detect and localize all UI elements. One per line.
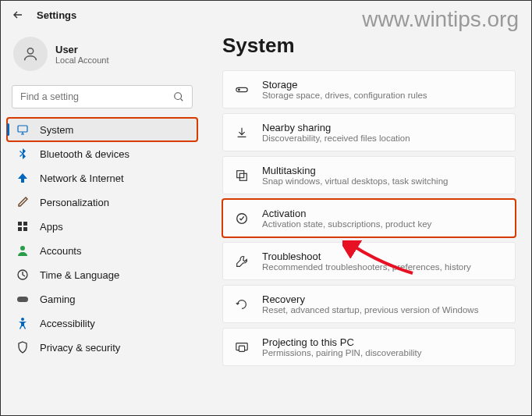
card-projecting[interactable]: Projecting to this PCPermissions, pairin… xyxy=(222,328,516,366)
card-multitasking[interactable]: MultitaskingSnap windows, virtual deskto… xyxy=(222,156,516,194)
user-account-type: Local Account xyxy=(55,55,109,65)
card-title: Recovery xyxy=(262,293,478,305)
personalization-icon xyxy=(16,196,29,208)
activation-icon xyxy=(234,211,250,226)
avatar xyxy=(13,37,48,71)
bluetooth-icon xyxy=(16,148,29,160)
search-icon xyxy=(173,91,184,102)
network-icon xyxy=(16,172,29,184)
projecting-icon xyxy=(234,340,250,355)
card-troubleshoot[interactable]: TroubleshootRecommended troubleshooters,… xyxy=(222,242,516,280)
svg-rect-4 xyxy=(23,222,27,226)
svg-rect-17 xyxy=(239,346,244,351)
card-title: Multitasking xyxy=(262,165,448,176)
sidebar-item-label: Privacy & security xyxy=(40,342,120,354)
card-subtitle: Discoverability, received files location xyxy=(262,133,410,143)
header-title: Settings xyxy=(37,9,76,21)
sidebar: User Local Account SystemBluetooth & dev… xyxy=(1,29,204,414)
card-subtitle: Snap windows, virtual desktops, task swi… xyxy=(262,176,448,186)
card-title: Projecting to this PC xyxy=(262,336,422,348)
svg-point-10 xyxy=(21,318,24,321)
svg-rect-9 xyxy=(17,297,28,302)
nearby-icon xyxy=(234,125,250,140)
card-subtitle: Recommended troubleshooters, preferences… xyxy=(262,262,471,272)
page-title: System xyxy=(222,34,516,58)
sidebar-item-apps[interactable]: Apps xyxy=(7,215,197,238)
sidebar-item-label: Apps xyxy=(40,221,63,233)
sidebar-item-label: Time & Language xyxy=(40,269,119,281)
system-icon xyxy=(16,123,29,136)
svg-rect-2 xyxy=(18,126,27,132)
svg-rect-6 xyxy=(23,227,27,231)
sidebar-item-gaming[interactable]: Gaming xyxy=(7,287,197,311)
troubleshoot-icon xyxy=(234,254,250,269)
sidebar-item-personalization[interactable]: Personalization xyxy=(7,190,197,214)
user-block[interactable]: User Local Account xyxy=(7,34,197,82)
card-recovery[interactable]: RecoveryReset, advanced startup, previou… xyxy=(222,285,516,323)
apps-icon xyxy=(16,220,29,233)
sidebar-item-label: Accessibility xyxy=(40,318,95,329)
svg-point-0 xyxy=(27,48,33,54)
sidebar-item-label: Accounts xyxy=(40,245,81,257)
main-panel: System StorageStorage space, drives, con… xyxy=(204,29,531,414)
card-title: Storage xyxy=(262,79,427,91)
card-subtitle: Storage space, drives, configuration rul… xyxy=(262,91,427,100)
gaming-icon xyxy=(16,293,29,305)
multitasking-icon xyxy=(234,168,250,183)
svg-rect-14 xyxy=(239,173,246,180)
svg-rect-5 xyxy=(18,227,22,231)
card-title: Nearby sharing xyxy=(262,122,410,133)
sidebar-item-label: Personalization xyxy=(40,197,109,208)
sidebar-item-time[interactable]: Time & Language xyxy=(7,263,197,286)
sidebar-item-network[interactable]: Network & Internet xyxy=(7,166,197,190)
svg-point-7 xyxy=(20,246,25,251)
sidebar-item-label: System xyxy=(40,124,73,136)
privacy-icon xyxy=(16,341,29,354)
sidebar-item-bluetooth[interactable]: Bluetooth & devices xyxy=(7,142,197,165)
card-list: StorageStorage space, drives, configurat… xyxy=(222,70,516,366)
back-button[interactable] xyxy=(12,9,24,21)
search-box[interactable] xyxy=(12,85,193,108)
accessibility-icon xyxy=(16,317,29,329)
card-subtitle: Activation state, subscriptions, product… xyxy=(262,219,431,229)
sidebar-item-label: Network & Internet xyxy=(40,172,124,184)
time-icon xyxy=(16,268,29,281)
watermark-text: www.wintips.org xyxy=(362,7,519,32)
card-nearby[interactable]: Nearby sharingDiscoverability, received … xyxy=(222,113,516,151)
sidebar-item-accounts[interactable]: Accounts xyxy=(7,239,197,262)
sidebar-item-accessibility[interactable]: Accessibility xyxy=(7,311,197,335)
sidebar-item-system[interactable]: System xyxy=(7,118,197,141)
sidebar-item-label: Bluetooth & devices xyxy=(40,148,129,160)
card-title: Troubleshoot xyxy=(262,251,471,262)
search-input[interactable] xyxy=(20,91,173,102)
sidebar-item-label: Gaming xyxy=(40,293,76,305)
recovery-icon xyxy=(234,297,250,312)
svg-rect-3 xyxy=(18,222,22,226)
accounts-icon xyxy=(16,244,29,257)
sidebar-item-privacy[interactable]: Privacy & security xyxy=(7,336,197,359)
user-name: User xyxy=(55,44,109,55)
svg-rect-13 xyxy=(237,170,244,177)
nav-list: SystemBluetooth & devicesNetwork & Inter… xyxy=(7,118,197,359)
svg-point-12 xyxy=(239,89,240,91)
card-storage[interactable]: StorageStorage space, drives, configurat… xyxy=(222,70,516,108)
storage-icon xyxy=(234,82,250,98)
card-activation[interactable]: ActivationActivation state, subscription… xyxy=(222,199,516,237)
card-subtitle: Permissions, pairing PIN, discoverabilit… xyxy=(262,348,422,357)
card-subtitle: Reset, advanced startup, previous versio… xyxy=(262,305,478,315)
card-title: Activation xyxy=(262,208,431,219)
svg-point-1 xyxy=(175,93,182,100)
